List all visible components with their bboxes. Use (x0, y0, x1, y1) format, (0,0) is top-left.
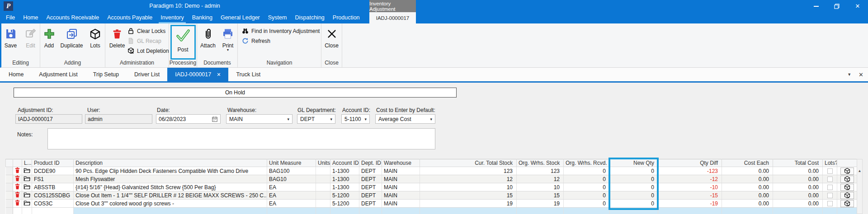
cell-total-cost[interactable]: 0.00 (773, 175, 823, 183)
menu-item-general-ledger[interactable]: General Ledger (217, 12, 264, 23)
cell-total-cost[interactable]: 0.00 (773, 200, 823, 208)
cell-org-wrhs-stock[interactable]: 12 (517, 175, 564, 183)
cell-warehouse[interactable]: MAIN (382, 200, 420, 208)
menu-item-system[interactable]: System (264, 12, 291, 23)
new-row-cell[interactable] (6, 208, 13, 214)
cell-lots[interactable] (823, 167, 837, 175)
table-new-row[interactable] (6, 208, 857, 214)
cell-unit-measure[interactable]: EA (267, 191, 316, 200)
cell-action[interactable] (837, 183, 857, 191)
table-scrollbar[interactable]: ▲ (857, 159, 863, 214)
attach-button[interactable]: Attach (198, 27, 218, 51)
cell-org-wrhs-stock[interactable]: 15 (517, 191, 564, 200)
col-header-units[interactable]: Units (316, 159, 330, 167)
lots-checkbox[interactable] (827, 201, 833, 206)
cell-cost-each[interactable]: 0.00 (722, 167, 773, 175)
col-header-qty-diff[interactable]: Qty Diff (658, 159, 722, 167)
row-lot-button[interactable] (840, 200, 854, 207)
cell-lots[interactable] (823, 183, 837, 191)
cell-org-wrhs-rcvd[interactable]: 0 (564, 191, 610, 200)
cell-unit-measure[interactable]: BAG100 (267, 167, 316, 175)
scroll-up-icon[interactable]: ▲ (857, 169, 862, 173)
tab-adjustment-list[interactable]: Adjustment List (31, 68, 85, 81)
cell-org-wrhs-stock[interactable]: 10 (517, 183, 564, 191)
menu-item-file[interactable]: File (2, 12, 19, 23)
cell-product-id[interactable]: ABSSTB (32, 183, 74, 191)
new-row-cell[interactable] (773, 208, 823, 214)
cell-account-id[interactable]: 1-1300 (330, 167, 359, 175)
row-delete-button[interactable] (13, 175, 22, 183)
menu-item-accounts-receivable[interactable]: Accounts Receivable (42, 12, 104, 23)
row-delete-button[interactable] (13, 200, 22, 208)
account-id-select[interactable]: 5-1100▾ (341, 114, 370, 124)
col-header-product-id[interactable]: Product ID (32, 159, 74, 167)
row-open-button[interactable] (22, 183, 32, 191)
clear-locks-button[interactable]: Clear Locks (127, 27, 169, 35)
cell-dept-id[interactable]: DEPT (359, 200, 382, 208)
minimize-button[interactable] (806, 0, 826, 12)
cell-units[interactable] (316, 191, 330, 200)
print-button[interactable]: Print ▾ (219, 27, 236, 51)
cell-qty-diff[interactable]: -15 (658, 191, 722, 200)
row-lot-button[interactable] (840, 176, 854, 183)
cell-account-id[interactable]: 5-1200 (330, 200, 359, 208)
new-row-cell[interactable] (13, 208, 22, 214)
row-selector[interactable] (6, 183, 13, 191)
cell-action[interactable] (837, 200, 857, 208)
cell-org-wrhs-stock[interactable]: 123 (517, 167, 564, 175)
row-lot-button[interactable] (840, 192, 854, 199)
table-row[interactable]: ABSSTB{#14} 5/16" {Head} Galvanized Stit… (6, 183, 857, 191)
new-row-cell[interactable] (22, 208, 32, 214)
cell-total-cost[interactable]: 0.00 (773, 183, 823, 191)
cell-product-id[interactable]: DCDE90 (32, 167, 74, 175)
col-header-unit-measure[interactable]: Unit Measure (267, 159, 316, 167)
new-row-cell[interactable] (823, 208, 837, 214)
row-open-button[interactable] (22, 175, 32, 183)
new-row-cell[interactable] (32, 208, 74, 214)
lots-checkbox[interactable] (827, 185, 833, 190)
gl-department-select[interactable]: DEPT▾ (297, 114, 335, 124)
col-header-lots[interactable]: Lots? (823, 159, 837, 167)
cell-new-qty[interactable]: 0 (610, 175, 658, 183)
cell-total-cost[interactable]: 0.00 (773, 191, 823, 200)
cell-org-wrhs-rcvd[interactable]: 0 (564, 167, 610, 175)
cell-lots[interactable] (823, 191, 837, 200)
col-header-total-cost[interactable]: Total Cost (773, 159, 823, 167)
col-header-cost-each[interactable]: Cost Each (722, 159, 773, 167)
lot-depletion-button[interactable]: Lot Depletion (127, 47, 169, 55)
tab-truck-list[interactable]: Truck List (228, 68, 268, 81)
context-ribbon-tab[interactable]: Inventory Adjustment (369, 0, 416, 12)
table-row[interactable]: DCDE9090 Pcs. Edge Clip Hidden Deck Fast… (6, 167, 857, 175)
cell-cost-each[interactable]: 0.00 (722, 183, 773, 191)
close-document-button[interactable]: Close (322, 27, 342, 49)
cell-units[interactable] (316, 183, 330, 191)
cell-cur-total-stock[interactable]: 12 (420, 175, 517, 183)
col-header-org-wrhs-stock[interactable]: Org. Wrhs. Stock (517, 159, 564, 167)
menu-item-accounts-payable[interactable]: Accounts Payable (103, 12, 156, 23)
tab-trip-setup[interactable]: Trip Setup (85, 68, 127, 81)
cell-warehouse[interactable]: MAIN (382, 191, 420, 200)
new-row-cell[interactable] (658, 208, 722, 214)
cell-qty-diff[interactable]: -10 (658, 183, 722, 191)
tab-bar-close-icon[interactable]: ✕ (859, 71, 863, 78)
find-button[interactable]: Find in Inventory Adjustment (241, 27, 321, 35)
cell-description[interactable]: Mesh Flyswatter (74, 175, 267, 183)
menu-item-inventory[interactable]: Inventory (156, 12, 188, 23)
new-row-cell[interactable] (74, 208, 267, 214)
lots-button[interactable]: Lots (86, 27, 104, 49)
cell-warehouse[interactable]: MAIN (382, 183, 420, 191)
context-doc-tab[interactable]: IADJ-0000017 (369, 12, 416, 23)
table-row[interactable]: COS125SDBGClose Out Item - 1 1/4"" SELF … (6, 191, 857, 200)
menu-item-production[interactable]: Production (329, 12, 364, 23)
cell-action[interactable] (837, 191, 857, 200)
add-button[interactable]: Add (41, 27, 57, 49)
cell-action[interactable] (837, 175, 857, 183)
cell-dept-id[interactable]: DEPT (359, 167, 382, 175)
cell-new-qty[interactable]: 0 (610, 200, 658, 208)
cell-description[interactable]: 90 Pcs. Edge Clip Hidden Deck Fasteners … (74, 167, 267, 175)
cell-unit-measure[interactable]: EA (267, 200, 316, 208)
cell-units[interactable] (316, 167, 330, 175)
delete-button[interactable]: Delete (107, 27, 127, 49)
row-open-button[interactable] (22, 167, 32, 175)
cell-lots[interactable] (823, 175, 837, 183)
